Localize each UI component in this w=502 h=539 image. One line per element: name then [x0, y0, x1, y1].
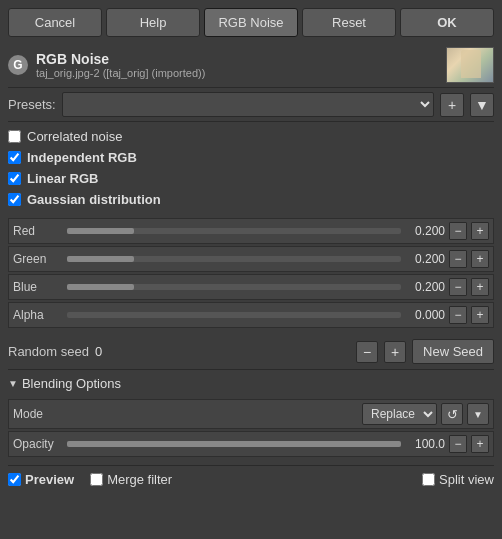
gaussian-label[interactable]: Gaussian distribution — [27, 192, 161, 207]
preview-check[interactable]: Preview — [8, 472, 74, 487]
cancel-button[interactable]: Cancel — [8, 8, 102, 37]
red-plus-button[interactable]: + — [471, 222, 489, 240]
seed-minus-button[interactable]: − — [356, 341, 378, 363]
alpha-minus-button[interactable]: − — [449, 306, 467, 324]
red-slider-row: Red 0.200 − + — [8, 218, 494, 244]
rgb-noise-button[interactable]: RGB Noise — [204, 8, 298, 37]
ok-button[interactable]: OK — [400, 8, 494, 37]
blue-slider-row: Blue 0.200 − + — [8, 274, 494, 300]
plugin-icon: G — [8, 55, 28, 75]
mode-label: Mode — [13, 407, 358, 421]
green-label: Green — [13, 252, 63, 266]
correlated-noise-row: Correlated noise — [8, 126, 494, 147]
footer: Preview Merge filter Split view — [0, 466, 502, 493]
seed-value: 0 — [95, 344, 350, 359]
seed-plus-button[interactable]: + — [384, 341, 406, 363]
blue-slider-track[interactable] — [67, 284, 401, 290]
green-slider-row: Green 0.200 − + — [8, 246, 494, 272]
sliders-section: Red 0.200 − + Green 0.200 − + Blue 0.200… — [0, 214, 502, 334]
independent-rgb-row: Independent RGB — [8, 147, 494, 168]
merge-check[interactable]: Merge filter — [90, 472, 172, 487]
linear-rgb-row: Linear RGB — [8, 168, 494, 189]
blending-arrow-icon: ▼ — [8, 378, 18, 389]
split-check[interactable]: Split view — [422, 472, 494, 487]
presets-row: Presets: + ▼ — [0, 88, 502, 121]
mode-select[interactable]: Replace — [362, 403, 437, 425]
add-preset-button[interactable]: + — [440, 93, 464, 117]
preview-label[interactable]: Preview — [25, 472, 74, 487]
seed-label: Random seed — [8, 344, 89, 359]
green-plus-button[interactable]: + — [471, 250, 489, 268]
blue-value: 0.200 — [405, 280, 445, 294]
toolbar: Cancel Help RGB Noise Reset OK — [0, 0, 502, 43]
alpha-plus-button[interactable]: + — [471, 306, 489, 324]
new-seed-button[interactable]: New Seed — [412, 339, 494, 364]
options-section: Correlated noise Independent RGB Linear … — [0, 122, 502, 214]
correlated-noise-label[interactable]: Correlated noise — [27, 129, 122, 144]
header-text: RGB Noise taj_orig.jpg-2 ([taj_orig] (im… — [36, 51, 438, 79]
green-value: 0.200 — [405, 252, 445, 266]
mode-row: Mode Replace ↺ ▼ — [8, 399, 494, 429]
filter-subtitle: taj_orig.jpg-2 ([taj_orig] (imported)) — [36, 67, 438, 79]
alpha-value: 0.000 — [405, 308, 445, 322]
blending-options-body: Mode Replace ↺ ▼ Opacity 100.0 − + — [0, 397, 502, 465]
alpha-slider-track[interactable] — [67, 312, 401, 318]
opacity-plus-button[interactable]: + — [471, 435, 489, 453]
independent-rgb-label[interactable]: Independent RGB — [27, 150, 137, 165]
seed-row: Random seed 0 − + New Seed — [0, 334, 502, 369]
red-slider-track[interactable] — [67, 228, 401, 234]
gaussian-row: Gaussian distribution — [8, 189, 494, 210]
filter-title: RGB Noise — [36, 51, 438, 67]
opacity-slider-track[interactable] — [67, 441, 401, 447]
correlated-noise-checkbox[interactable] — [8, 130, 21, 143]
split-label[interactable]: Split view — [439, 472, 494, 487]
merge-checkbox[interactable] — [90, 473, 103, 486]
gaussian-checkbox[interactable] — [8, 193, 21, 206]
preview-checkbox[interactable] — [8, 473, 21, 486]
opacity-minus-button[interactable]: − — [449, 435, 467, 453]
red-value: 0.200 — [405, 224, 445, 238]
green-minus-button[interactable]: − — [449, 250, 467, 268]
blending-options-header[interactable]: ▼ Blending Options — [0, 370, 502, 397]
help-button[interactable]: Help — [106, 8, 200, 37]
mode-dropdown-button[interactable]: ▼ — [467, 403, 489, 425]
linear-rgb-checkbox[interactable] — [8, 172, 21, 185]
blue-minus-button[interactable]: − — [449, 278, 467, 296]
reset-button[interactable]: Reset — [302, 8, 396, 37]
independent-rgb-checkbox[interactable] — [8, 151, 21, 164]
split-checkbox[interactable] — [422, 473, 435, 486]
alpha-slider-row: Alpha 0.000 − + — [8, 302, 494, 328]
presets-label: Presets: — [8, 97, 56, 112]
presets-select[interactable] — [62, 92, 434, 117]
red-label: Red — [13, 224, 63, 238]
alpha-label: Alpha — [13, 308, 63, 322]
header: G RGB Noise taj_orig.jpg-2 ([taj_orig] (… — [0, 43, 502, 87]
red-minus-button[interactable]: − — [449, 222, 467, 240]
blue-label: Blue — [13, 280, 63, 294]
opacity-label: Opacity — [13, 437, 63, 451]
image-thumbnail — [446, 47, 494, 83]
preset-options-button[interactable]: ▼ — [470, 93, 494, 117]
merge-label[interactable]: Merge filter — [107, 472, 172, 487]
opacity-value: 100.0 — [405, 437, 445, 451]
opacity-slider-row: Opacity 100.0 − + — [8, 431, 494, 457]
mode-reset-button[interactable]: ↺ — [441, 403, 463, 425]
green-slider-track[interactable] — [67, 256, 401, 262]
blending-options-title: Blending Options — [22, 376, 121, 391]
linear-rgb-label[interactable]: Linear RGB — [27, 171, 99, 186]
blue-plus-button[interactable]: + — [471, 278, 489, 296]
